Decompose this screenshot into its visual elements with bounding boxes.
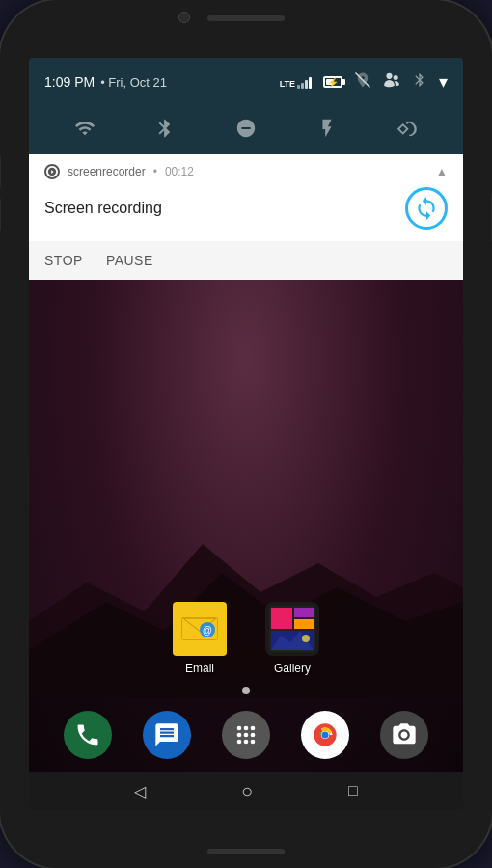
svg-point-14 — [251, 726, 256, 731]
front-camera — [178, 12, 190, 23]
notification-expand-icon[interactable]: ▲ — [436, 165, 448, 178]
svg-point-12 — [237, 726, 242, 731]
email-icon: @ — [173, 602, 227, 656]
notification-app-name: screenrecorder — [68, 165, 146, 178]
expand-more-icon[interactable]: ▾ — [439, 71, 448, 93]
notification-separator: • — [153, 165, 157, 178]
phone-app[interactable] — [64, 711, 112, 759]
gallery-icon — [265, 602, 319, 656]
app-drawer[interactable] — [222, 711, 270, 759]
quick-flashlight-icon[interactable] — [316, 118, 338, 143]
notification-card: screenrecorder • 00:12 ▲ Screen recordin… — [29, 154, 463, 280]
home-button[interactable]: ○ — [241, 780, 253, 802]
quick-rotation-icon[interactable] — [396, 118, 418, 143]
status-icons: LTE ⚡ — [280, 71, 448, 93]
notification-title: Screen recording — [44, 200, 162, 217]
recents-button[interactable]: □ — [348, 782, 358, 800]
notification-panel: screenrecorder • 00:12 ▲ Screen recordin… — [29, 106, 463, 280]
chrome-app[interactable] — [301, 711, 349, 759]
lte-signal-icon: LTE — [280, 75, 312, 89]
pause-button[interactable]: PAUSE — [106, 249, 153, 272]
svg-point-17 — [251, 733, 256, 738]
svg-point-20 — [251, 740, 256, 745]
svg-rect-7 — [271, 608, 292, 629]
notification-body: Screen recording — [29, 183, 463, 241]
svg-point-11 — [302, 635, 310, 642]
dock — [29, 698, 463, 772]
nav-bar: ◁ ○ □ — [29, 772, 463, 810]
location-off-icon — [354, 71, 371, 93]
svg-point-16 — [244, 733, 249, 738]
notification-time: 00:12 — [165, 165, 194, 178]
home-screen-apps: @ Email — [29, 602, 463, 694]
volume-down-button[interactable] — [0, 198, 1, 231]
email-app[interactable]: @ Email — [173, 602, 227, 675]
notification-app-icon — [44, 164, 60, 179]
quick-dnd-icon[interactable] — [235, 118, 257, 143]
svg-point-19 — [244, 740, 249, 745]
gallery-label: Gallery — [274, 662, 311, 675]
quick-bt-icon[interactable] — [154, 118, 176, 143]
notification-header: screenrecorder • 00:12 ▲ — [29, 154, 463, 183]
status-time: 1:09 PM — [44, 74, 95, 90]
back-button[interactable]: ◁ — [134, 782, 146, 800]
recording-indicator — [405, 187, 448, 230]
battery-icon: ⚡ — [323, 76, 342, 88]
top-speaker — [207, 15, 285, 21]
volume-up-button[interactable] — [0, 154, 1, 188]
stop-button[interactable]: STOP — [44, 249, 83, 272]
page-indicator — [242, 687, 250, 694]
svg-point-13 — [244, 726, 249, 731]
bottom-speaker — [207, 849, 285, 854]
gallery-app[interactable]: Gallery — [265, 602, 319, 675]
camera-app[interactable] — [380, 711, 428, 759]
phone-device: 1:09 PM • Fri, Oct 21 LTE — [0, 0, 492, 868]
rotation-lock-icon — [383, 71, 400, 93]
svg-rect-8 — [294, 608, 314, 617]
svg-point-18 — [237, 740, 242, 745]
phone-screen: 1:09 PM • Fri, Oct 21 LTE — [29, 58, 463, 810]
svg-rect-9 — [294, 619, 314, 629]
status-bar: 1:09 PM • Fri, Oct 21 LTE — [29, 58, 463, 106]
app-row-1: @ Email — [173, 602, 319, 675]
bluetooth-off-icon — [412, 72, 427, 92]
svg-point-15 — [237, 733, 242, 738]
svg-text:@: @ — [203, 625, 212, 636]
quick-wifi-icon[interactable] — [74, 118, 96, 143]
notification-actions: STOP PAUSE — [29, 241, 463, 280]
status-date: • Fri, Oct 21 — [100, 75, 167, 90]
messages-app[interactable] — [143, 711, 191, 759]
email-label: Email — [185, 662, 214, 675]
quick-settings-row — [29, 106, 463, 154]
svg-point-23 — [322, 732, 329, 739]
